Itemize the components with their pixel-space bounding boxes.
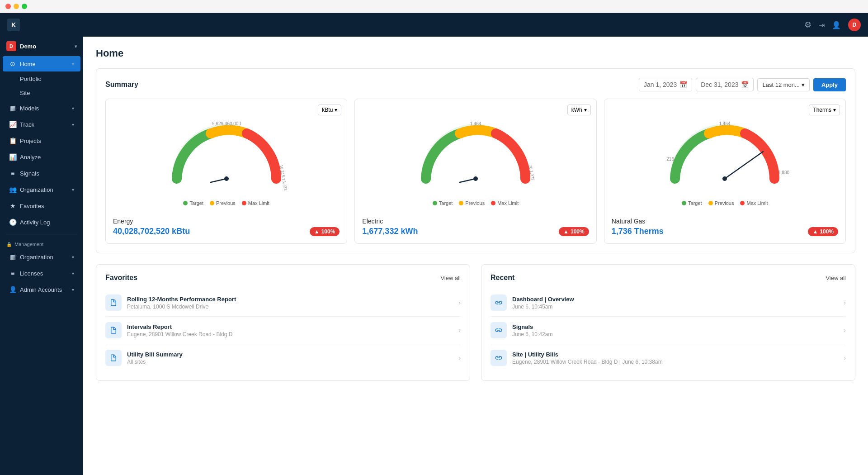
- recent-sub-0: June 6, 10:45am: [512, 304, 844, 310]
- recent-name-1: Signals: [512, 323, 844, 330]
- sidebar-item-label: Site: [20, 90, 30, 96]
- svg-text:9,629,460,000: 9,629,460,000: [212, 121, 241, 126]
- calendar-icon: 📅: [679, 81, 687, 88]
- sidebar-item-label: Portfolio: [20, 76, 42, 82]
- sidebar-item-label: Models: [20, 105, 39, 112]
- summary-title: Summary: [105, 81, 138, 89]
- sidebar-item-site[interactable]: Site: [3, 86, 80, 100]
- sidebar-item-activity-log[interactable]: 🕐 Activity Log: [3, 214, 80, 230]
- recent-view-all[interactable]: View all: [826, 275, 846, 281]
- sidebar-item-label: Organization: [20, 186, 53, 193]
- recent-item-2[interactable]: Site | Utility Bills Eugene, 28901 Willo…: [491, 344, 846, 371]
- sidebar-item-org-mgmt[interactable]: ▦ Organization ▾: [3, 249, 80, 265]
- energy-gauge-svg: 9,629,460,000 18,215,13,722: [168, 115, 285, 188]
- recent-sub-1: June 6, 10:42am: [512, 331, 844, 337]
- favorites-view-all[interactable]: View all: [440, 275, 461, 281]
- models-chevron-icon: ▾: [72, 106, 74, 111]
- recent-name-0: Dashboard | Overview: [512, 296, 844, 303]
- app-logo[interactable]: K: [7, 19, 20, 31]
- electric-legend: Target Previous Max Limit: [362, 200, 589, 206]
- sidebar-item-label: Signals: [20, 170, 39, 177]
- sidebar-item-label: Analyze: [20, 154, 41, 161]
- summary-controls: Jan 1, 2023 📅 Dec 31, 2023 📅 Last 12 mon…: [639, 78, 846, 91]
- svg-point-9: [722, 176, 727, 181]
- favorite-item-1[interactable]: Intervals Report Eugene, 28901 Willow Cr…: [105, 317, 461, 344]
- date-start-input[interactable]: Jan 1, 2023 📅: [639, 78, 692, 91]
- natural-gas-badge: ▲ 100%: [808, 227, 838, 236]
- sidebar-item-home[interactable]: ⊙ Home ▾: [3, 56, 80, 71]
- natural-gas-gauge-container: 1,464 216 1,880: [612, 106, 838, 197]
- svg-text:1,464: 1,464: [470, 121, 481, 126]
- track-icon: 📈: [9, 121, 16, 128]
- avatar[interactable]: D: [848, 19, 861, 31]
- favorite-doc-icon-2: [105, 350, 122, 366]
- sidebar-item-analyze[interactable]: 📊 Analyze: [3, 149, 80, 165]
- natural-gas-legend: Target Previous Max Limit: [612, 200, 838, 206]
- summary-card: Summary Jan 1, 2023 📅 Dec 31, 2023 📅 Las…: [96, 68, 855, 253]
- electric-gauge-card: kWh ▾ 1,464 78,1,972: [354, 99, 596, 244]
- sidebar-item-track[interactable]: 📈 Track ▾: [3, 117, 80, 132]
- favorites-header: Favorites View all: [105, 274, 461, 282]
- electric-gauge-svg: 1,464 78,1,972: [417, 115, 534, 188]
- sidebar-item-models[interactable]: ▦ Models ▾: [3, 100, 80, 116]
- period-selector[interactable]: Last 12 mon... ▾: [757, 78, 809, 91]
- date-end-input[interactable]: Dec 31, 2023 📅: [696, 78, 754, 91]
- svg-text:1,880: 1,880: [778, 170, 789, 175]
- recent-sub-2: Eugene, 28901 Willow Creek Road - Bldg D…: [512, 359, 844, 365]
- favorite-content-1: Intervals Report Eugene, 28901 Willow Cr…: [127, 323, 458, 337]
- org-mgmt-icon: ▦: [9, 253, 16, 261]
- sidebar-item-favorites[interactable]: ★ Favorites: [3, 198, 80, 214]
- sidebar-item-admin-accounts[interactable]: 👤 Admin Accounts ▾: [3, 282, 80, 297]
- natural-gas-gauge-card: Therms ▾ 1,464 216: [604, 99, 846, 244]
- svg-line-4: [460, 179, 476, 182]
- favorite-doc-icon-1: [105, 322, 122, 338]
- gauges-row: kBtu ▾: [105, 99, 846, 244]
- sidebar-item-projects[interactable]: 📋 Projects: [3, 133, 80, 148]
- favorite-sub-1: Eugene, 28901 Willow Creek Road - Bldg D: [127, 331, 458, 337]
- user-icon[interactable]: 👤: [832, 21, 841, 29]
- minimize-button[interactable]: [14, 4, 19, 9]
- signals-icon: ≡: [9, 170, 16, 177]
- summary-header: Summary Jan 1, 2023 📅 Dec 31, 2023 📅 Las…: [105, 78, 846, 91]
- favorites-title: Favorites: [105, 274, 137, 282]
- org-label: Demo: [20, 43, 36, 50]
- activity-icon: 🕐: [9, 218, 16, 226]
- recent-name-2: Site | Utility Bills: [512, 351, 844, 358]
- org-chevron-icon: ▾: [75, 44, 77, 49]
- recent-content-0: Dashboard | Overview June 6, 10:45am: [512, 296, 844, 310]
- recent-content-1: Signals June 6, 10:42am: [512, 323, 844, 337]
- settings-icon[interactable]: ⚙: [804, 20, 811, 30]
- org-icon: D: [6, 41, 16, 51]
- favorite-item-2[interactable]: Utility Bill Summary All sites ›: [105, 344, 461, 371]
- recent-chevron-1: ›: [844, 327, 846, 334]
- close-button[interactable]: [5, 4, 11, 9]
- admin-chevron-icon: ▾: [72, 287, 74, 292]
- app-layout: D Demo ▾ ⊙ Home ▾ Portfolio Site ▦ Model…: [0, 37, 868, 475]
- favorite-content-0: Rolling 12-Months Performance Report Pet…: [127, 296, 458, 310]
- recent-link-icon-0: [491, 294, 507, 311]
- sidebar-item-licenses[interactable]: ≡ Licenses ▾: [3, 266, 80, 281]
- sidebar-item-signals[interactable]: ≡ Signals: [3, 166, 80, 181]
- sidebar-item-portfolio[interactable]: Portfolio: [3, 72, 80, 86]
- recent-chevron-0: ›: [844, 299, 846, 306]
- recent-item-1[interactable]: Signals June 6, 10:42am ›: [491, 317, 846, 344]
- recent-title: Recent: [491, 274, 514, 282]
- favorite-chevron-2: ›: [458, 354, 461, 361]
- apply-button[interactable]: Apply: [813, 78, 846, 91]
- favorite-doc-icon-0: [105, 294, 122, 311]
- sidebar: D Demo ▾ ⊙ Home ▾ Portfolio Site ▦ Model…: [0, 37, 83, 475]
- page-title: Home: [96, 48, 855, 59]
- logout-icon[interactable]: ⇥: [819, 21, 825, 29]
- sidebar-item-organization[interactable]: 👥 Organization ▾: [3, 182, 80, 197]
- management-badge: 🔒 Management: [6, 242, 77, 247]
- maximize-button[interactable]: [22, 4, 27, 9]
- period-label: Last 12 mon...: [762, 81, 799, 88]
- favorites-icon: ★: [9, 202, 16, 209]
- recent-item-0[interactable]: Dashboard | Overview June 6, 10:45am ›: [491, 289, 846, 317]
- calendar-end-icon: 📅: [741, 81, 749, 88]
- electric-value: 1,677,332 kWh: [362, 227, 418, 236]
- electric-gauge-container: 1,464 78,1,972: [362, 106, 589, 197]
- sidebar-org-selector[interactable]: D Demo ▾: [0, 37, 83, 56]
- favorite-item-0[interactable]: Rolling 12-Months Performance Report Pet…: [105, 289, 461, 317]
- date-start-value: Jan 1, 2023: [644, 81, 677, 88]
